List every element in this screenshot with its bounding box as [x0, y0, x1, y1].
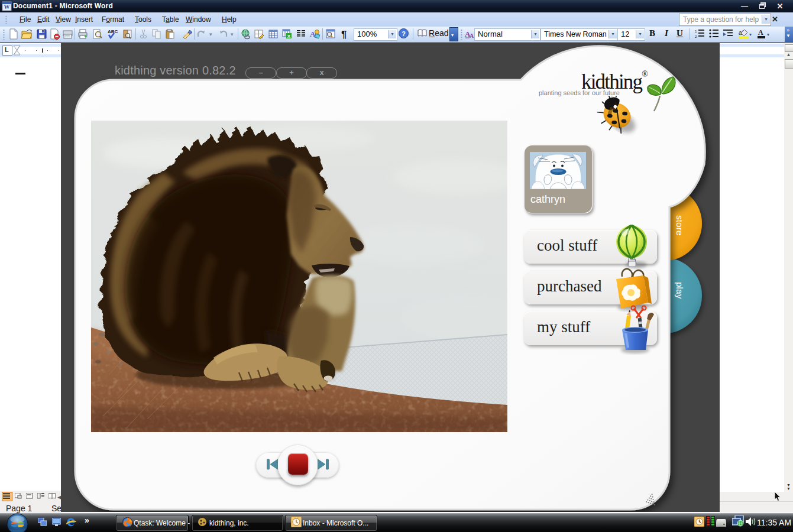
svg-text:W: W — [4, 4, 10, 10]
svg-text:store: store — [675, 215, 685, 235]
svg-text:play: play — [675, 282, 685, 299]
svg-text:▾: ▾ — [209, 31, 212, 37]
svg-text:▾: ▾ — [767, 32, 769, 37]
svg-text:▾: ▾ — [231, 31, 234, 37]
svg-text:X: X — [287, 34, 291, 39]
svg-text:A: A — [758, 28, 763, 37]
svg-text:A: A — [470, 33, 474, 39]
svg-text:1: 1 — [695, 30, 697, 33]
svg-text:?: ? — [402, 30, 406, 37]
svg-text:ABC: ABC — [108, 29, 118, 34]
svg-text:▾: ▾ — [749, 32, 752, 37]
svg-text:¶: ¶ — [341, 29, 347, 40]
svg-text:2: 2 — [695, 35, 697, 38]
